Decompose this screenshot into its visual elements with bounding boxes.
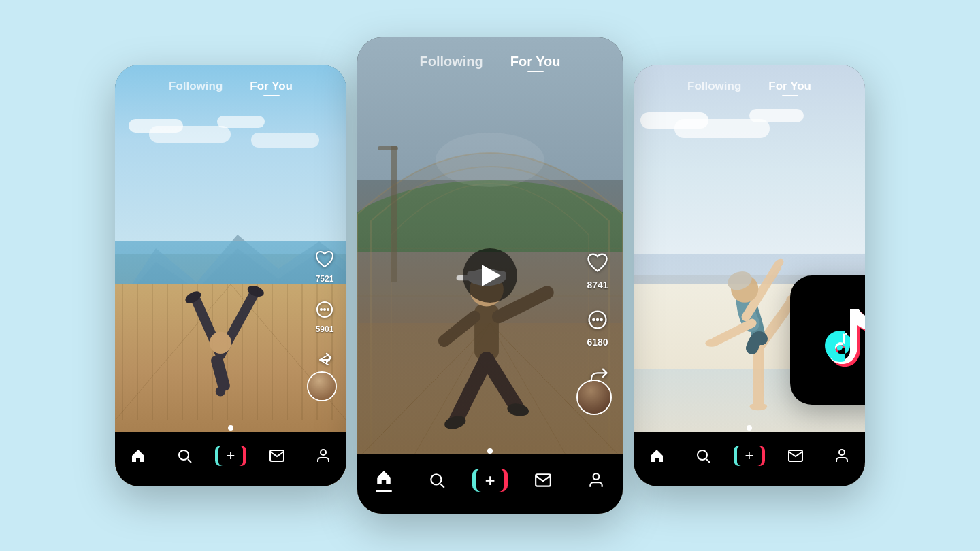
phone-right-header: Following For You	[634, 65, 865, 99]
play-button-center[interactable]	[463, 248, 517, 303]
phone-center-header: Following For You	[357, 37, 623, 75]
nav-home-left[interactable]	[115, 448, 161, 464]
svg-line-35	[444, 317, 474, 341]
phone-center: Following For You 8741	[357, 37, 623, 514]
avatar-left[interactable]	[307, 371, 337, 401]
svg-point-57	[698, 450, 707, 460]
nav-search-right[interactable]	[680, 448, 726, 464]
svg-line-45	[440, 484, 444, 487]
svg-point-48	[750, 403, 768, 410]
heart-icon-left	[312, 247, 337, 271]
tiktok-icon	[814, 299, 865, 381]
nav-search-left[interactable]	[161, 448, 208, 464]
nav-inbox-right[interactable]	[772, 448, 819, 464]
heart-icon-center	[583, 248, 612, 277]
svg-point-52	[705, 339, 717, 347]
progress-dot-left	[228, 425, 233, 431]
nav-plus-right[interactable]: +	[726, 446, 772, 466]
progress-dot-center	[487, 448, 493, 454]
svg-point-14	[320, 308, 323, 311]
avatar-center[interactable]	[576, 380, 612, 415]
svg-point-44	[431, 474, 441, 484]
phone-center-screen: Following For You 8741	[357, 37, 623, 514]
tiktok-logo	[790, 276, 865, 405]
like-count-left: 7521	[316, 274, 334, 284]
comment-action-left[interactable]: 5901	[312, 297, 337, 334]
phones-container: Following For You 7521	[115, 37, 865, 514]
phone-left-header: Following For You	[115, 65, 346, 99]
tab-for-you-right[interactable]: For You	[768, 80, 811, 93]
phone-right: Following For You 4367	[634, 65, 865, 486]
svg-point-41	[592, 318, 595, 322]
phone-left: Following For You 7521	[115, 65, 346, 486]
nav-profile-right[interactable]	[819, 448, 865, 464]
nav-plus-center[interactable]: +	[463, 469, 517, 492]
svg-point-19	[321, 450, 326, 455]
svg-line-51	[715, 323, 752, 342]
svg-point-46	[593, 473, 600, 480]
svg-line-18	[188, 459, 191, 463]
nav-home-right[interactable]	[634, 448, 680, 464]
share-icon-left	[312, 348, 337, 372]
svg-point-42	[596, 318, 600, 322]
tab-following-left[interactable]: Following	[169, 80, 223, 93]
tab-for-you-left[interactable]: For You	[250, 80, 293, 93]
svg-line-58	[706, 459, 710, 463]
like-action-center[interactable]: 8741	[583, 248, 612, 290]
nav-inbox-left[interactable]	[254, 448, 300, 464]
comment-action-center[interactable]: 6180	[583, 305, 612, 348]
nav-inbox-center[interactable]	[517, 471, 570, 489]
bottom-nav-left: +	[115, 432, 346, 486]
nav-search-center[interactable]	[410, 471, 463, 489]
tab-following-center[interactable]: Following	[419, 54, 483, 69]
tab-following-right[interactable]: Following	[687, 80, 741, 93]
svg-point-15	[323, 308, 326, 311]
tab-for-you-center[interactable]: For You	[510, 54, 561, 69]
bottom-nav-center: +	[357, 454, 623, 514]
phone-left-screen: Following For You 7521	[115, 65, 346, 486]
like-count-center: 8741	[587, 280, 608, 290]
comment-count-center: 6180	[587, 337, 608, 348]
svg-point-17	[179, 450, 189, 460]
svg-line-36	[457, 359, 487, 420]
svg-point-59	[839, 450, 845, 455]
bottom-nav-right: +	[634, 432, 865, 486]
nav-plus-left[interactable]: +	[208, 446, 254, 466]
nav-home-center[interactable]	[357, 469, 410, 492]
svg-point-12	[210, 332, 231, 354]
comment-icon-center	[583, 305, 612, 334]
svg-point-43	[600, 318, 603, 322]
like-action-left[interactable]: 7521	[312, 247, 337, 284]
svg-point-16	[327, 308, 329, 311]
nav-profile-center[interactable]	[570, 471, 623, 489]
comment-count-left: 5901	[316, 324, 334, 334]
svg-point-23	[436, 133, 544, 187]
nav-profile-left[interactable]	[300, 448, 346, 464]
play-icon-center	[482, 265, 501, 286]
progress-dot-right	[747, 425, 752, 431]
video-bg-left	[115, 65, 346, 486]
side-actions-left: 7521 5901	[312, 247, 337, 384]
svg-line-37	[487, 359, 517, 407]
comment-icon-left	[312, 297, 337, 322]
